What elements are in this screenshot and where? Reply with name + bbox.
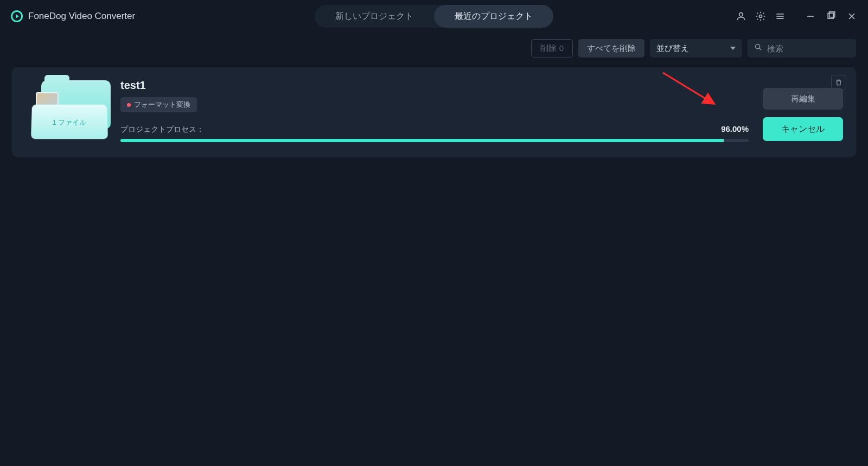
search-box[interactable] <box>748 39 856 58</box>
cancel-button[interactable]: キャンセル <box>763 117 843 141</box>
svg-line-11 <box>760 48 762 50</box>
progress-label: プロジェクトプロセス： <box>120 125 204 135</box>
reedit-button[interactable]: 再編集 <box>763 88 843 110</box>
list-toolbar: 削除 0 すべてを削除 並び替え <box>0 33 868 63</box>
app-logo-group: FoneDog Video Converter <box>11 10 135 22</box>
svg-point-1 <box>760 15 762 18</box>
project-tag: フォーマット変換 <box>120 97 197 112</box>
delete-all-button[interactable]: すべてを削除 <box>578 39 644 58</box>
menu-icon[interactable] <box>775 11 786 22</box>
status-dot-icon <box>127 103 131 107</box>
folder-file-count: 1 ファイル <box>52 118 86 127</box>
svg-point-10 <box>756 44 760 49</box>
settings-icon[interactable] <box>755 11 766 22</box>
chevron-down-icon <box>730 47 736 50</box>
project-folder-thumb: 1 ファイル <box>25 79 106 139</box>
sort-label: 並び替え <box>656 43 689 54</box>
play-logo-icon <box>11 10 23 22</box>
svg-rect-7 <box>829 12 835 17</box>
progress-block: プロジェクトプロセス： 96.00% <box>120 124 749 142</box>
progress-bar <box>120 139 749 142</box>
title-icons <box>736 11 857 22</box>
svg-rect-6 <box>828 13 833 18</box>
maximize-icon[interactable] <box>826 11 837 22</box>
title-bar: FoneDog Video Converter 新しいプロジェクト 最近のプロジ… <box>0 0 868 33</box>
project-info: test1 フォーマット変換 プロジェクトプロセス： 96.00% <box>120 79 749 142</box>
search-input[interactable] <box>767 44 850 53</box>
project-title: test1 <box>120 79 749 92</box>
progress-bar-fill <box>120 139 724 142</box>
delete-button: 削除 0 <box>531 39 573 58</box>
tab-new-project[interactable]: 新しいプロジェクト <box>315 5 434 28</box>
search-icon <box>754 43 763 54</box>
tab-recent-projects[interactable]: 最近のプロジェクト <box>434 5 553 28</box>
account-icon[interactable] <box>736 11 746 22</box>
project-card: 1 ファイル test1 フォーマット変換 プロジェクトプロセス： 96.00%… <box>12 67 856 157</box>
project-tabs: 新しいプロジェクト 最近のプロジェクト <box>315 5 553 28</box>
close-icon[interactable] <box>846 11 857 22</box>
folder-front-icon: 1 ファイル <box>31 105 108 139</box>
minimize-icon[interactable] <box>805 11 816 22</box>
trash-button[interactable] <box>831 75 846 90</box>
tag-label: フォーマット変換 <box>134 100 190 110</box>
app-title: FoneDog Video Converter <box>28 11 135 22</box>
svg-point-0 <box>739 12 743 16</box>
progress-percent: 96.00% <box>721 124 749 133</box>
sort-dropdown[interactable]: 並び替え <box>650 39 742 58</box>
